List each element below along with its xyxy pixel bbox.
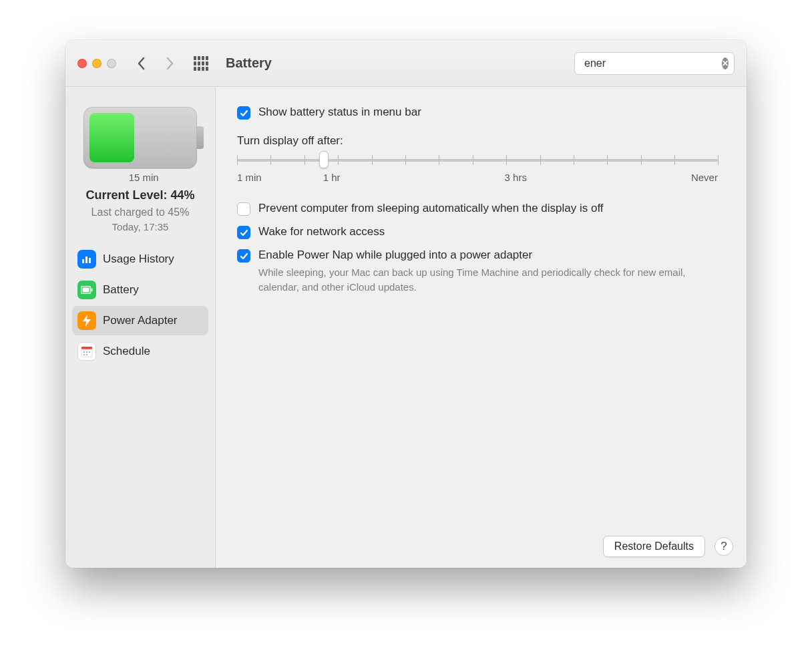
page-title: Battery xyxy=(226,55,272,71)
power-nap-row: Enable Power Nap while plugged into a po… xyxy=(237,249,725,295)
main-panel: Show battery status in menu bar Turn dis… xyxy=(216,87,747,568)
back-button[interactable] xyxy=(132,51,151,75)
svg-point-10 xyxy=(83,351,85,353)
sidebar: Current Level: 44% Last charged to 45% T… xyxy=(65,87,216,568)
sidebar-item-label: Battery xyxy=(103,283,139,297)
zoom-window-button xyxy=(107,59,116,68)
prevent-sleep-label: Prevent computer from sleeping automatic… xyxy=(258,202,604,215)
wake-network-label: Wake for network access xyxy=(258,225,385,238)
show-status-row: Show battery status in menu bar xyxy=(237,106,725,120)
battery-level-graphic xyxy=(83,107,197,168)
display-off-slider[interactable] xyxy=(237,153,718,168)
sidebar-item-power-adapter[interactable]: Power Adapter xyxy=(72,306,208,335)
sidebar-item-label: Schedule xyxy=(103,345,150,358)
sidebar-item-label: Usage History xyxy=(103,253,174,266)
slider-tick-labels: 1 min 15 min 1 hr 3 hrs Never xyxy=(237,172,718,183)
display-off-section: Turn display off after: xyxy=(237,134,718,183)
titlebar: Battery ✕ xyxy=(65,40,747,87)
restore-defaults-button[interactable]: Restore Defaults xyxy=(603,536,705,557)
power-nap-description: While sleeping, your Mac can back up usi… xyxy=(258,265,713,295)
wake-network-row: Wake for network access xyxy=(237,225,725,239)
svg-point-13 xyxy=(83,354,85,355)
svg-point-11 xyxy=(86,351,87,353)
last-charged-label: Last charged to 45% xyxy=(91,206,190,218)
close-window-button[interactable] xyxy=(77,59,87,68)
current-level-label: Current Level: 44% xyxy=(85,188,194,202)
last-charged-time: Today, 17:35 xyxy=(112,221,169,232)
chart-icon xyxy=(77,250,96,269)
footer: Restore Defaults ? xyxy=(603,536,733,557)
minimize-window-button[interactable] xyxy=(92,59,102,68)
prevent-sleep-checkbox[interactable] xyxy=(237,202,250,216)
svg-point-14 xyxy=(86,354,87,355)
sidebar-item-battery[interactable]: Battery xyxy=(72,275,208,305)
turn-display-off-label: Turn display off after: xyxy=(237,134,718,148)
svg-rect-6 xyxy=(91,289,93,292)
calendar-icon xyxy=(77,342,96,361)
bolt-icon xyxy=(77,311,96,330)
sidebar-item-schedule[interactable]: Schedule xyxy=(72,337,208,366)
wake-network-checkbox[interactable] xyxy=(237,226,250,239)
sidebar-item-label: Power Adapter xyxy=(103,314,178,327)
show-all-icon[interactable] xyxy=(194,56,208,71)
search-field[interactable]: ✕ xyxy=(574,52,735,75)
sidebar-item-usage-history[interactable]: Usage History xyxy=(72,245,208,274)
svg-rect-2 xyxy=(82,259,84,263)
power-nap-label: Enable Power Nap while plugged into a po… xyxy=(258,249,532,262)
show-status-label: Show battery status in menu bar xyxy=(258,106,421,119)
svg-rect-7 xyxy=(83,288,89,293)
svg-rect-8 xyxy=(81,347,92,349)
forward-button xyxy=(160,51,179,75)
power-nap-checkbox[interactable] xyxy=(237,249,250,263)
prevent-sleep-row: Prevent computer from sleeping automatic… xyxy=(237,202,725,216)
show-status-checkbox[interactable] xyxy=(237,106,250,120)
svg-rect-9 xyxy=(81,349,92,357)
clear-search-icon[interactable]: ✕ xyxy=(722,57,729,69)
sidebar-nav: Usage History Battery Power Adapter xyxy=(65,232,215,378)
svg-point-12 xyxy=(89,351,90,353)
svg-rect-4 xyxy=(89,258,91,263)
svg-rect-3 xyxy=(85,257,87,263)
search-input[interactable] xyxy=(584,57,718,69)
slider-thumb[interactable] xyxy=(319,151,329,168)
help-button[interactable]: ? xyxy=(715,537,733,556)
battery-icon xyxy=(77,281,96,299)
window-controls xyxy=(77,59,116,68)
preferences-window: Battery ✕ Current Level: 44% Last charge… xyxy=(65,40,747,568)
